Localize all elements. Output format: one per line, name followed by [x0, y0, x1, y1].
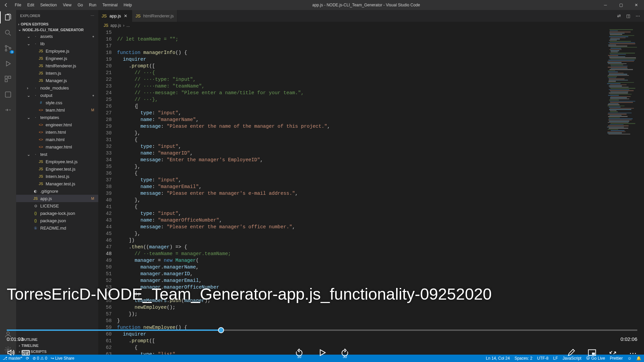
tree-item-style-css[interactable]: #style.css — [16, 99, 98, 106]
js-icon: JS — [104, 23, 108, 28]
tree-item-test[interactable]: ⌄·test — [16, 150, 98, 158]
tree-item-package-json[interactable]: {}package.json — [16, 217, 98, 224]
svg-rect-6 — [5, 79, 7, 82]
explorer-title: EXPLORER — [20, 14, 40, 18]
tree-item-Engineer-test-js[interactable]: JSEngineer.test.js — [16, 165, 98, 173]
timeline-section[interactable]: ›TIMELINE — [16, 343, 98, 349]
tree-item-Intern-js[interactable]: JSIntern.js — [16, 69, 98, 77]
minimap[interactable] — [607, 29, 644, 355]
svg-rect-7 — [5, 92, 11, 97]
menu-help[interactable]: Help — [121, 1, 135, 9]
explorer-icon[interactable] — [3, 13, 13, 22]
tree-item-engineer-html[interactable]: <>engineer.html — [16, 121, 98, 128]
tree-item-app-js[interactable]: JSapp.jsM — [16, 195, 98, 202]
close-icon[interactable]: ✕ — [629, 0, 644, 10]
search-icon[interactable] — [3, 28, 13, 38]
tree-item-lib[interactable]: ⌄·lib — [16, 40, 98, 47]
encoding-indicator[interactable]: UTF-8 — [537, 356, 548, 361]
tree-item-output[interactable]: ⌄·output● — [16, 92, 98, 99]
indent-indicator[interactable]: Spaces: 2 — [515, 356, 532, 361]
svg-point-1 — [5, 46, 7, 47]
minimize-icon[interactable]: ─ — [598, 0, 613, 10]
tree-item-team-html[interactable]: <>team.htmlM — [16, 106, 98, 114]
liveshare-icon[interactable] — [3, 105, 13, 115]
tabs-row: JSapp.js✕JShtmlRenderer.js ⇄ ◫ ⋯ — [98, 10, 644, 22]
tree-item-LICENSE[interactable]: ⊙LICENSE — [16, 202, 98, 209]
go-live-button[interactable]: ⦿ Go Live — [586, 356, 605, 361]
tab-app-js[interactable]: JSapp.js✕ — [98, 10, 132, 22]
breadcrumb-rest: ... — [126, 23, 130, 28]
outline-section[interactable]: ›OUTLINE — [16, 337, 98, 343]
tree-item-Manager-test-js[interactable]: JSManager.test.js — [16, 180, 98, 187]
menu-terminal[interactable]: Terminal — [100, 1, 120, 9]
tree-item-node_modules[interactable]: ›·node_modules — [16, 84, 98, 92]
gear-icon[interactable] — [3, 345, 13, 355]
scm-badge: 3 — [10, 50, 14, 54]
svg-rect-5 — [8, 76, 11, 78]
menu-view[interactable]: View — [60, 1, 74, 9]
tree-item-intern-html[interactable]: <>intern.html — [16, 128, 98, 136]
svg-point-0 — [5, 30, 9, 34]
tree-item-Employee-js[interactable]: JSEmployee.js — [16, 47, 98, 55]
maximize-icon[interactable]: ▢ — [613, 0, 629, 10]
tree-item--gitignore[interactable]: ◐.gitignore — [16, 187, 98, 195]
menu-selection[interactable]: Selection — [38, 1, 59, 9]
menu-file[interactable]: File — [12, 1, 24, 9]
problems-indicator[interactable]: ⊘ 0 ⚠ 0 — [33, 356, 47, 361]
scm-icon[interactable]: 3 — [3, 44, 13, 53]
title-bar: File Edit Selection View Go Run Terminal… — [0, 0, 644, 10]
side-bar: EXPLORER ⋯ ›OPEN EDITORS ⌄NODE.JS-CLI_TE… — [16, 10, 98, 355]
close-tab-icon[interactable]: ✕ — [124, 13, 128, 18]
tree-item-htmlRenderer-js[interactable]: JShtmlRenderer.js — [16, 62, 98, 69]
svg-point-9 — [7, 349, 9, 351]
back-icon[interactable] — [0, 2, 12, 8]
editor-area: JSapp.js✕JShtmlRenderer.js ⇄ ◫ ⋯ JS app.… — [98, 10, 644, 355]
eol-indicator[interactable]: LF — [553, 356, 558, 361]
prettier-indicator[interactable]: Prettier — [610, 356, 623, 361]
breadcrumb[interactable]: JS app.js › ... — [98, 22, 644, 29]
tree-item-Manager-js[interactable]: JSManager.js — [16, 77, 98, 84]
open-editors-section[interactable]: ›OPEN EDITORS — [16, 21, 98, 27]
svg-point-3 — [9, 48, 11, 49]
debug-icon[interactable] — [3, 59, 13, 68]
tree-item-package-lock-json[interactable]: {}package-lock.json — [16, 209, 98, 217]
menu-run[interactable]: Run — [86, 1, 99, 9]
breadcrumb-file: app.js — [110, 23, 121, 28]
bell-icon[interactable]: 🔔 — [636, 356, 641, 361]
status-bar: ⎇ master* ⟳ ⊘ 0 ⚠ 0 ↪ Live Share Ln 14, … — [0, 355, 644, 362]
language-indicator[interactable]: JavaScript — [562, 356, 581, 361]
split-icon[interactable]: ◫ — [626, 13, 630, 18]
window-title: app.js - NODE.js-CLI_Team_Generator - Vi… — [135, 3, 598, 7]
tree-item-manager-html[interactable]: <>manager.html — [16, 143, 98, 150]
activity-bar: 3 — [0, 10, 16, 355]
project-section[interactable]: ⌄NODE.JS-CLI_TEAM_GENERATOR — [16, 27, 98, 33]
extensions-icon[interactable] — [3, 74, 13, 84]
svg-point-2 — [5, 50, 7, 51]
npm-scripts-section[interactable]: ›NPM SCRIPTS — [16, 349, 98, 355]
tree-item-README-md[interactable]: ①README.md — [16, 224, 98, 232]
account-icon[interactable] — [3, 330, 13, 339]
more-icon[interactable]: ⋯ — [91, 14, 94, 18]
tree-item-Employee-test-js[interactable]: JSEmployee.test.js — [16, 158, 98, 165]
compare-icon[interactable]: ⇄ — [617, 13, 621, 18]
sync-icon[interactable]: ⟳ — [26, 356, 29, 361]
tree-item-Engineer-js[interactable]: JSEngineer.js — [16, 55, 98, 62]
tab-htmlRenderer-js[interactable]: JShtmlRenderer.js — [132, 10, 177, 22]
svg-point-8 — [7, 332, 9, 335]
cursor-position[interactable]: Ln 14, Col 24 — [486, 356, 510, 361]
branch-indicator[interactable]: ⎇ master* — [3, 356, 22, 361]
menu-edit[interactable]: Edit — [24, 1, 37, 9]
svg-rect-4 — [5, 76, 7, 78]
tree-item-main-html[interactable]: <>main.html — [16, 136, 98, 143]
tree-item-Intern-test-js[interactable]: JSIntern.test.js — [16, 173, 98, 180]
feedback-icon[interactable]: ☺ — [628, 356, 632, 361]
tree-item-templates[interactable]: ⌄·templates — [16, 114, 98, 121]
menu-bar: File Edit Selection View Go Run Terminal… — [12, 1, 135, 9]
menu-go[interactable]: Go — [75, 1, 86, 9]
file-tree: ⌄·assets●⌄·libJSEmployee.jsJSEngineer.js… — [16, 33, 98, 232]
code-area[interactable]: 1516171819202122232425262728293031323334… — [98, 29, 644, 355]
tree-item-assets[interactable]: ⌄·assets● — [16, 33, 98, 40]
live-share-button[interactable]: ↪ Live Share — [51, 356, 74, 361]
more-tab-icon[interactable]: ⋯ — [636, 13, 640, 18]
bookmarks-icon[interactable] — [3, 90, 13, 99]
